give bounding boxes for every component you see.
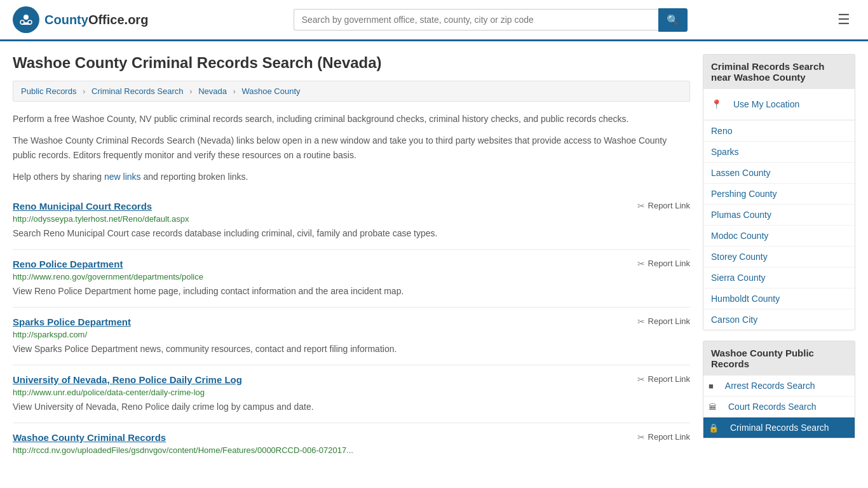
nearby-header: Criminal Records Search near Washoe Coun… [703,55,855,89]
public-records-section: Washoe County Public Records ■ Arrest Re… [703,341,855,438]
list-item: Storey County [703,247,855,268]
list-item: Plumas County [703,205,855,226]
report-icon: ✂ [637,201,645,211]
court-icon: 🏛 [703,402,717,412]
report-link[interactable]: ✂ Report Link [637,259,690,269]
list-item: Sierra County [703,268,855,288]
svg-point-2 [20,20,24,24]
logo-area: CountyOffice.org [13,6,148,33]
criminal-records-link[interactable]: Criminal Records Search [722,417,837,438]
breadcrumb-criminal-records[interactable]: Criminal Records Search [92,86,184,96]
list-item: Carson City [703,309,855,330]
use-location-item[interactable]: 📍 Use My Location [703,89,855,120]
nearby-link-sparks[interactable]: Sparks [703,142,855,162]
report-link[interactable]: ✂ Report Link [637,316,690,327]
record-header: Sparks Police Department ✂ Report Link [13,316,690,327]
list-item: Lassen County [703,163,855,184]
nearby-link-plumas[interactable]: Plumas County [703,205,855,225]
breadcrumb-sep-1: › [83,86,85,96]
record-title[interactable]: Reno Municipal Court Records [13,201,152,212]
arrest-icon: ■ [703,381,714,391]
description-para1: Perform a free Washoe County, NV public … [13,112,690,126]
report-icon: ✂ [637,374,645,384]
report-icon: ✂ [637,432,645,442]
breadcrumb-sep-2: › [189,86,192,96]
list-item-location: 📍 Use My Location [703,89,855,121]
report-icon: ✂ [637,316,645,327]
court-records-link[interactable]: Court Records Search [721,396,824,417]
breadcrumb-nevada[interactable]: Nevada [198,86,227,96]
report-icon: ✂ [637,259,645,269]
nearby-link-pershing[interactable]: Pershing County [703,184,855,204]
record-url[interactable]: http://www.reno.gov/government/departmen… [13,272,690,281]
report-label: Report Link [648,259,690,268]
record-url[interactable]: http://rccd.nv.gov/uploadedFiles/gsdnvgo… [13,445,690,455]
record-title[interactable]: Reno Police Department [13,259,123,269]
record-url[interactable]: http://sparkspd.com/ [13,330,690,339]
record-header: Reno Police Department ✂ Report Link [13,259,690,269]
page-title: Washoe County Criminal Records Search (N… [13,54,690,72]
report-link[interactable]: ✂ Report Link [637,432,690,442]
record-title[interactable]: University of Nevada, Reno Police Daily … [13,374,242,385]
nearby-link-lassen[interactable]: Lassen County [703,163,855,183]
record-title[interactable]: Washoe County Criminal Records [13,432,166,443]
logo-text: CountyOffice.org [44,13,148,27]
nearby-link-reno[interactable]: Reno [703,121,855,141]
public-record-item-arrest: ■ Arrest Records Search [703,376,855,396]
sidebar: Criminal Records Search near Washoe Coun… [703,54,855,467]
record-desc: Search Reno Municipal Court case records… [13,227,690,240]
content-area: Washoe County Criminal Records Search (N… [13,54,690,467]
report-label: Report Link [648,432,690,442]
header: CountyOffice.org 🔍 ☰ [0,0,868,41]
report-label: Report Link [648,374,690,384]
report-link[interactable]: ✂ Report Link [637,374,690,384]
criminal-icon: 🔒 [703,423,719,433]
record-url[interactable]: http://odysseypa.tylerhost.net/Reno/defa… [13,214,690,224]
record-desc: View University of Nevada, Reno Police d… [13,400,690,414]
description-para3: Help others by sharing new links and rep… [13,170,690,184]
main-content: Washoe County Criminal Records Search (N… [0,41,868,480]
public-record-item-criminal: 🔒 Criminal Records Search [703,417,855,438]
breadcrumb-public-records[interactable]: Public Records [21,86,76,96]
record-item: Washoe County Criminal Records ✂ Report … [13,423,690,467]
nearby-link-sierra[interactable]: Sierra County [703,268,855,288]
nearby-link-storey[interactable]: Storey County [703,247,855,267]
record-item: Reno Police Department ✂ Report Link htt… [13,250,690,308]
report-label: Report Link [648,316,690,326]
search-area: 🔍 [294,8,688,32]
nearby-link-modoc[interactable]: Modoc County [703,226,855,246]
records-list: Reno Municipal Court Records ✂ Report Li… [13,192,690,467]
new-links-link[interactable]: new links [104,172,141,182]
report-link[interactable]: ✂ Report Link [637,201,690,211]
logo-icon [13,6,39,33]
list-item: Sparks [703,142,855,163]
list-item: Pershing County [703,184,855,205]
record-item: Sparks Police Department ✂ Report Link h… [13,308,690,365]
location-pin-icon: 📍 [711,99,722,109]
record-url[interactable]: http://www.unr.edu/police/data-center/da… [13,388,690,397]
record-title[interactable]: Sparks Police Department [13,316,131,327]
record-header: Reno Municipal Court Records ✂ Report Li… [13,201,690,212]
public-records-header: Washoe County Public Records [703,341,855,376]
nearby-section: Criminal Records Search near Washoe Coun… [703,54,855,330]
logo-county: County [44,13,88,27]
nearby-link-humboldt[interactable]: Humboldt County [703,288,855,309]
list-item: Humboldt County [703,288,855,309]
search-input[interactable] [294,9,658,30]
nearby-link-carson[interactable]: Carson City [703,309,855,330]
record-item: Reno Municipal Court Records ✂ Report Li… [13,192,690,250]
use-location-link[interactable]: Use My Location [726,94,807,114]
breadcrumb-sep-3: › [233,86,236,96]
search-button[interactable]: 🔍 [658,8,688,32]
record-header: University of Nevada, Reno Police Daily … [13,374,690,385]
arrest-records-link[interactable]: Arrest Records Search [717,376,823,396]
breadcrumb-washoe-county[interactable]: Washoe County [242,86,301,96]
record-desc: View Sparks Police Department news, comm… [13,342,690,356]
public-record-item-court: 🏛 Court Records Search [703,396,855,417]
svg-point-3 [28,20,32,24]
menu-button[interactable]: ☰ [832,9,855,30]
nearby-list: 📍 Use My Location Reno Sparks Lassen Cou… [703,89,855,330]
list-item: Reno [703,121,855,142]
list-item: Modoc County [703,226,855,247]
public-records-list: ■ Arrest Records Search 🏛 Court Records … [703,376,855,438]
